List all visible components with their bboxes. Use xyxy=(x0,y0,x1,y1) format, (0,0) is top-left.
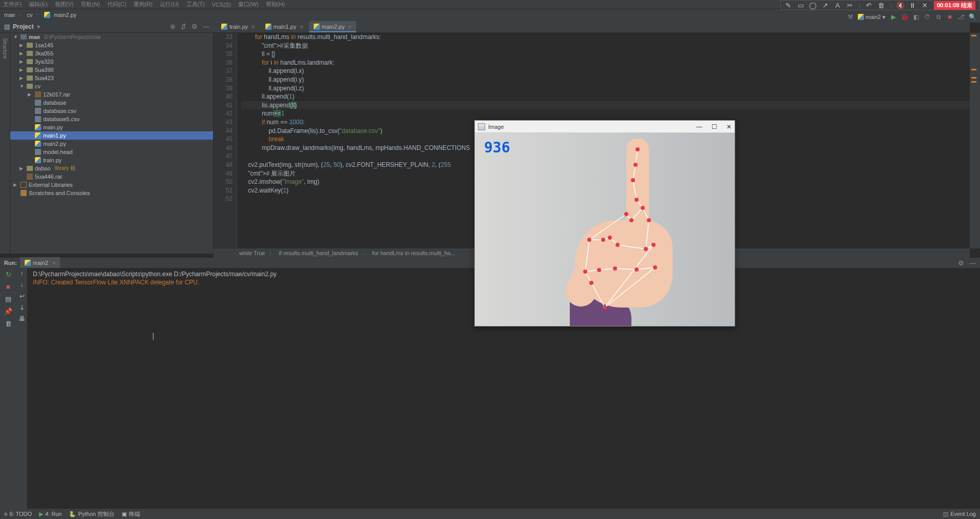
tree-folder[interactable]: ▶1sa145 xyxy=(10,41,213,49)
menu-file[interactable]: 文件(F) xyxy=(3,1,22,8)
square-icon[interactable]: ▭ xyxy=(797,2,804,9)
crumb[interactable]: for handLms in results.multi_ha... xyxy=(372,250,455,256)
tree-root[interactable]: ▼maeD:\PycharmProjects\mae xyxy=(10,33,213,41)
status-eventlog[interactable]: ◫ Event Log xyxy=(943,511,976,517)
menu-refactor[interactable]: 重构(R) xyxy=(133,1,152,8)
minimize-icon[interactable]: — xyxy=(969,259,976,267)
structure-tab[interactable]: Structure xyxy=(2,38,8,59)
project-title[interactable]: Project xyxy=(13,23,34,30)
tree-external-libs[interactable]: ▶External Libraries xyxy=(10,181,213,189)
crop-icon[interactable]: ✂ xyxy=(847,2,854,9)
circle-icon[interactable]: ◯ xyxy=(810,2,817,9)
menu-window[interactable]: 窗口(W) xyxy=(238,1,259,8)
minimize-icon[interactable]: — xyxy=(203,23,209,30)
close-annot-icon[interactable]: ✕ xyxy=(921,2,929,9)
profile-icon[interactable]: ⏱ xyxy=(924,13,931,21)
coverage-icon[interactable]: ◧ xyxy=(912,13,919,21)
undo-icon[interactable]: ↶ xyxy=(866,2,873,9)
stop-icon[interactable]: ■ xyxy=(946,13,953,21)
menu-tools[interactable]: 工具(T) xyxy=(186,1,205,8)
tree-file[interactable]: database xyxy=(10,99,213,107)
opencv-image-window[interactable]: Image — ☐ ✕ 936 xyxy=(474,120,735,326)
gear-icon[interactable]: ⚙ xyxy=(958,259,964,267)
breadcrumb-mid[interactable]: cv xyxy=(27,12,32,18)
wrap-icon[interactable]: ↩ xyxy=(20,293,25,300)
pin-icon[interactable]: 📌 xyxy=(4,307,12,315)
crumb[interactable]: while True xyxy=(239,250,265,256)
search-icon[interactable]: 🔍 xyxy=(969,13,976,21)
status-terminal[interactable]: ▣ 终端 xyxy=(122,510,140,518)
concurrent-icon[interactable]: ⧉ xyxy=(935,13,942,21)
status-run[interactable]: ▶4: Run xyxy=(39,511,62,517)
tree-file[interactable]: database.csv xyxy=(10,107,213,115)
breadcrumb-root[interactable]: mae xyxy=(4,12,15,18)
text-icon[interactable]: A xyxy=(834,2,841,9)
menu-view[interactable]: 视图(V) xyxy=(55,1,74,8)
down-icon[interactable]: ↓ xyxy=(21,281,24,289)
tab-main2[interactable]: main2.py× xyxy=(309,21,356,32)
gear-icon[interactable]: ⚙ xyxy=(191,23,198,30)
tree-folder-cv[interactable]: ▼cv xyxy=(10,82,213,90)
collapse-icon[interactable]: ⇵ xyxy=(181,23,186,30)
breadcrumb-file[interactable]: main2.py xyxy=(53,12,76,18)
tree-file[interactable]: database5.csv xyxy=(10,115,213,123)
editor-gutter[interactable]: 3334353637383940414243444546474849505152 xyxy=(214,33,237,248)
menu-vcs[interactable]: VCS(S) xyxy=(212,2,231,8)
layout-icon[interactable]: ▤ xyxy=(4,295,12,303)
tree-folder[interactable]: ▶3ya320 xyxy=(10,57,213,66)
tree-file[interactable]: main2.py xyxy=(10,140,213,148)
landmark-point xyxy=(635,267,639,272)
run-tab[interactable]: main2× xyxy=(20,257,60,268)
tree-folder[interactable]: ▶3ka055 xyxy=(10,49,213,57)
scroll-icon[interactable]: ⤓ xyxy=(20,304,25,311)
stop-icon[interactable]: ■ xyxy=(4,282,12,291)
landmark-point xyxy=(583,270,587,274)
target-icon[interactable]: ⊕ xyxy=(170,23,176,30)
print-icon[interactable]: 🖶 xyxy=(19,315,25,322)
tree-folder[interactable]: ▶5ua398 xyxy=(10,66,213,74)
trash-icon[interactable]: 🗑 xyxy=(4,319,12,328)
menu-help[interactable]: 帮助(H) xyxy=(266,1,285,8)
tree-file[interactable]: model.head xyxy=(10,148,213,156)
hammer-icon[interactable]: ⚒ xyxy=(847,13,854,21)
tree-file[interactable]: train.py xyxy=(10,156,213,164)
run-config-selector[interactable]: main2 ▾ xyxy=(858,14,886,21)
tab-main1[interactable]: main1.py× xyxy=(261,21,308,32)
play-icon[interactable]: ▶ xyxy=(890,13,897,21)
menu-run[interactable]: 运行(U) xyxy=(160,1,179,8)
tree-scratches[interactable]: Scratches and Consoles xyxy=(10,189,213,197)
project-tree[interactable]: ▼maeD:\PycharmProjects\mae ▶1sa145 ▶3ka0… xyxy=(10,33,214,254)
tree-folder-dabao[interactable]: ▶dabaolibrary 根 xyxy=(10,164,213,172)
tab-train[interactable]: train.py× xyxy=(217,21,260,32)
maximize-icon[interactable]: ☐ xyxy=(712,123,717,130)
status-todo[interactable]: ≡ 6: TODO xyxy=(4,511,32,517)
menu-nav[interactable]: 导航(N) xyxy=(81,1,100,8)
status-pyconsole[interactable]: 🐍 Python 控制台 xyxy=(69,510,114,518)
right-error-stripe[interactable] xyxy=(970,33,980,248)
menu-code[interactable]: 代码(C) xyxy=(107,1,126,8)
tree-folder[interactable]: ▶5ua423 xyxy=(10,74,213,82)
mute-icon[interactable]: 🔇 xyxy=(897,2,904,9)
close-icon[interactable]: × xyxy=(348,24,351,30)
trash-icon[interactable]: 🗑 xyxy=(878,2,885,9)
tree-file[interactable]: main.py xyxy=(10,123,213,131)
tree-file[interactable]: 5ua446.rar xyxy=(10,172,213,181)
pause-icon[interactable]: ⏸ xyxy=(909,2,916,9)
rerun-icon[interactable]: ↻ xyxy=(4,270,12,278)
tree-file[interactable]: ▶12k017.rar xyxy=(10,90,213,99)
crumb[interactable]: if results.multi_hand_landmarks xyxy=(279,250,358,256)
close-icon[interactable]: ✕ xyxy=(726,123,732,130)
debug-icon[interactable]: 🐞 xyxy=(901,13,908,21)
project-view-icon[interactable]: ▤ xyxy=(4,23,10,30)
tree-file-selected[interactable]: main1.py xyxy=(10,131,213,140)
menu-edit[interactable]: 编辑(E) xyxy=(29,1,48,8)
close-icon[interactable]: × xyxy=(300,24,303,30)
git-icon[interactable]: ⎇ xyxy=(957,13,965,21)
close-icon[interactable]: × xyxy=(252,24,255,30)
recording-timer[interactable]: 00:01:08 结束 xyxy=(934,1,975,10)
pencil-icon[interactable]: ✎ xyxy=(785,2,792,9)
up-icon[interactable]: ↑ xyxy=(21,270,24,277)
minimize-icon[interactable]: — xyxy=(696,123,702,130)
image-window-titlebar[interactable]: Image — ☐ ✕ xyxy=(475,121,735,133)
arrow-icon[interactable]: ↗ xyxy=(822,2,829,9)
